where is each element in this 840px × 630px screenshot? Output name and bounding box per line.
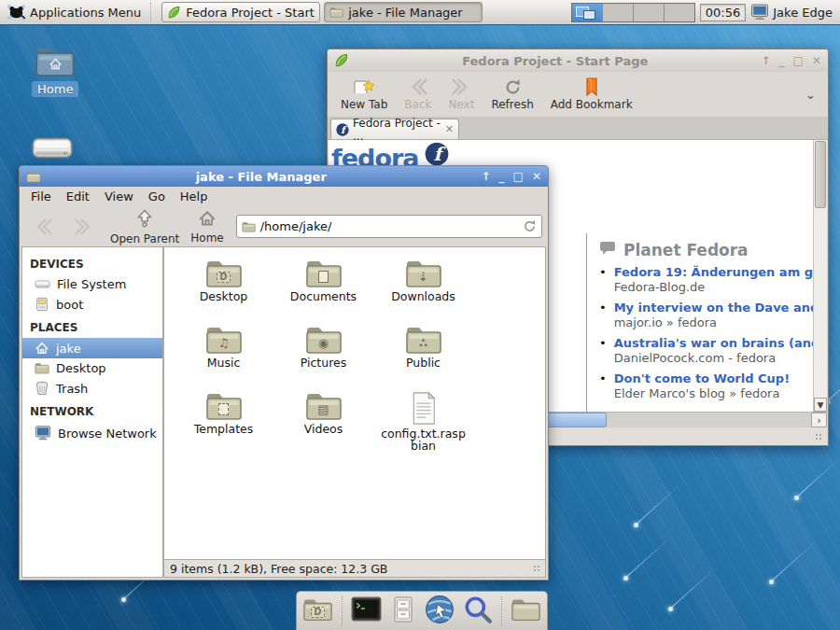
dock-launcher-folder[interactable]: [511, 595, 541, 627]
browser-titlebar[interactable]: Fedora Project - Start Page ↑_□✕: [328, 49, 828, 72]
dock-launcher-web-browser[interactable]: [425, 595, 455, 627]
feed-link[interactable]: Australia's war on brains (and in: [614, 336, 813, 351]
minimize-button[interactable]: _: [499, 171, 505, 182]
sidebar-item-label: jake: [56, 342, 81, 356]
file-item-music[interactable]: ♫Music: [174, 325, 273, 391]
menu-help[interactable]: Help: [173, 188, 216, 205]
file-item-pictures[interactable]: ◉Pictures: [273, 325, 373, 391]
dock-launcher-file-cabinet[interactable]: [390, 595, 416, 627]
back-button[interactable]: [25, 217, 61, 237]
file-pane[interactable]: DDesktop Documents ⇣Downloads ♫Music ◉Pi…: [163, 246, 546, 560]
midori-icon: [167, 6, 181, 20]
sidebar-item-jake[interactable]: jake: [22, 338, 162, 358]
applications-menu-button[interactable]: Applications Menu: [0, 0, 148, 24]
new-tab-icon: [353, 77, 375, 96]
file-item-documents[interactable]: Documents: [273, 259, 373, 325]
path-entry[interactable]: /home/jake/: [236, 215, 542, 238]
next-button[interactable]: Next: [440, 76, 483, 113]
browser-tab[interactable]: f Fedora Project - ... ✕: [330, 119, 459, 139]
dock-launcher-desktop-folder[interactable]: D: [302, 595, 333, 627]
shade-button[interactable]: ↑: [762, 55, 771, 66]
file-label: Desktop: [200, 290, 248, 302]
sidebar-item-label: Trash: [56, 382, 88, 396]
feed-link[interactable]: Fedora 19: Änderungen am grub: [614, 265, 813, 280]
panel-clock[interactable]: 00:56: [700, 4, 746, 21]
vertical-scrollbar[interactable]: ▼: [813, 140, 827, 412]
fedora-favicon: f: [336, 123, 349, 136]
folder-icon: [329, 7, 343, 18]
scroll-right-arrow[interactable]: ›: [811, 413, 827, 427]
sidebar-header: DEVICES: [22, 251, 162, 274]
file-item-desktop[interactable]: DDesktop: [174, 259, 273, 325]
maximize-button[interactable]: □: [793, 55, 804, 66]
display-settings-icon[interactable]: [750, 3, 769, 21]
file-item-templates[interactable]: Templates: [174, 391, 273, 457]
toolbar-overflow-chevron-icon[interactable]: ⌄: [798, 88, 823, 102]
workspace-3[interactable]: [634, 4, 665, 21]
file-item-videos[interactable]: ▤Videos: [273, 391, 373, 457]
refresh-button[interactable]: Refresh: [483, 76, 541, 113]
workspace-4[interactable]: [665, 4, 694, 21]
file-label: Music: [207, 357, 241, 369]
feed-link[interactable]: Don't come to World Cup!: [614, 371, 790, 386]
resize-grip[interactable]: [815, 433, 824, 442]
bullet: •: [599, 265, 607, 295]
dock-launcher-search[interactable]: [463, 595, 493, 627]
close-button[interactable]: ✕: [532, 171, 541, 182]
wallpaper-star: [634, 523, 638, 527]
maximize-button[interactable]: □: [513, 171, 524, 182]
removable-icon: [35, 297, 49, 312]
file-label: Documents: [290, 290, 357, 302]
sidebar-item-boot[interactable]: boot: [22, 294, 162, 315]
feed-link[interactable]: My interview on the Dave and G: [614, 301, 813, 315]
home-icon: [35, 341, 49, 356]
sidebar-item-label: File System: [57, 277, 126, 291]
forward-button[interactable]: [66, 217, 102, 237]
desktop-icon-drive[interactable]: [31, 134, 74, 161]
feed-source: major.io » fedora: [614, 315, 813, 330]
menu-go[interactable]: Go: [141, 188, 173, 205]
dock-launcher-terminal[interactable]: [351, 595, 382, 627]
taskbar: Fedora Project - Start Pa... jake - File…: [158, 2, 483, 22]
wallpaper-star: [794, 496, 799, 500]
back-icon: [408, 77, 428, 96]
minimize-button[interactable]: _: [779, 55, 785, 66]
file-item-public[interactable]: ∴Public: [373, 325, 473, 391]
file-item-config-txt-raspbian[interactable]: config.txt.raspbian: [373, 391, 473, 457]
file-label: Templates: [194, 423, 254, 435]
workspace-1[interactable]: [572, 4, 603, 21]
close-button[interactable]: ✕: [812, 55, 821, 66]
shade-button[interactable]: ↑: [482, 171, 491, 182]
tab-close-icon[interactable]: ✕: [445, 123, 454, 135]
scroll-down-arrow[interactable]: ▼: [814, 398, 827, 412]
menu-view[interactable]: View: [97, 188, 141, 205]
browser-window-title: Fedora Project - Start Page: [355, 54, 756, 68]
sidebar-item-trash[interactable]: Trash: [22, 378, 162, 399]
panel-separator: [150, 3, 156, 21]
desktop-icon-home[interactable]: Home: [32, 45, 78, 97]
sidebar-item-file-system[interactable]: File System: [22, 274, 162, 294]
file-item-downloads[interactable]: ⇣Downloads: [373, 259, 473, 325]
menu-edit[interactable]: Edit: [59, 188, 97, 205]
fm-toolbar: Open Parent Home /home/jake/: [20, 206, 548, 246]
new-tab-button[interactable]: New Tab: [332, 76, 396, 113]
back-button[interactable]: Back: [396, 76, 440, 113]
workspace-2[interactable]: [603, 4, 634, 21]
folder-icon: [26, 171, 41, 183]
planet-fedora-section: Planet Fedora •Fedora 19: Änderungen am …: [586, 233, 813, 412]
open-parent-button[interactable]: Open Parent: [107, 208, 182, 245]
taskbar-button[interactable]: Fedora Project - Start Pa...: [161, 2, 320, 22]
sidebar-item-desktop[interactable]: Desktop: [22, 358, 162, 378]
reload-icon[interactable]: [523, 219, 537, 233]
home-button[interactable]: Home: [188, 209, 226, 245]
resize-grip[interactable]: [533, 565, 542, 574]
fm-titlebar[interactable]: jake - File Manager ↑_□✕: [20, 166, 548, 187]
sidebar-item-label: Desktop: [56, 361, 106, 375]
taskbar-button[interactable]: jake - File Manager: [324, 2, 483, 22]
add-bookmark-button[interactable]: Add Bookmark: [542, 76, 641, 113]
vertical-scrollbar-thumb[interactable]: [815, 141, 826, 208]
menu-file[interactable]: File: [23, 188, 59, 205]
sidebar-item-label: Browse Network: [58, 427, 157, 441]
fm-window-title: jake - File Manager: [47, 170, 476, 184]
sidebar-item-browse-network[interactable]: Browse Network: [22, 422, 162, 444]
